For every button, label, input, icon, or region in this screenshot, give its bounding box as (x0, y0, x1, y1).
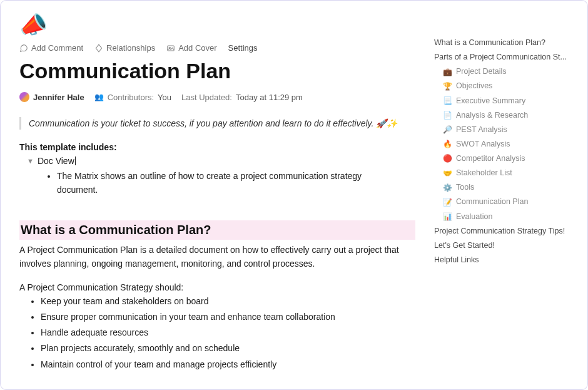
toc-item-label: Communication Plan (456, 195, 528, 209)
add-comment-button[interactable]: Add Comment (19, 43, 83, 53)
updated-label: Last Updated: (181, 93, 232, 102)
toc-sub-link[interactable]: ⚙️Tools (434, 180, 569, 195)
toc-link[interactable]: What is a Communication Plan? (434, 36, 569, 50)
toc-link[interactable]: Parts of a Project Communication St... (434, 50, 569, 64)
people-icon: 👥 (94, 93, 104, 101)
toc-sub-link[interactable]: 💼Project Details (434, 64, 569, 79)
chevron-down-icon: ▼ (27, 157, 34, 165)
section-paragraph[interactable]: A Project Communication Plan is a detail… (19, 244, 407, 270)
section-heading[interactable]: What is a Communication Plan? (19, 220, 415, 240)
meta-row: Jennifer Hale 👥 Contributors: You Last U… (19, 92, 415, 102)
toc-sub-link[interactable]: 📄Analysis & Research (434, 108, 569, 123)
section-lead[interactable]: A Project Communication Strategy should: (19, 282, 415, 292)
toc-item-label: Analysis & Research (456, 108, 528, 123)
toc-item-label: Evaluation (456, 210, 492, 224)
page-title: Communication Plan (19, 59, 415, 83)
cover-icon (166, 44, 175, 53)
toolbar-label: Add Cover (178, 43, 216, 53)
comment-icon (19, 44, 28, 53)
author-name: Jennifer Hale (33, 93, 84, 102)
toc-sub-link[interactable]: 🤝Stakeholder List (434, 166, 569, 180)
contributors-chip[interactable]: 👥 Contributors: You (94, 93, 171, 102)
page-icon[interactable]: 📣 (18, 9, 50, 40)
relationships-button[interactable]: Relationships (94, 43, 155, 53)
relationships-icon (94, 44, 103, 53)
bullet-item[interactable]: Ensure proper communication in your team… (41, 309, 415, 325)
bullet-item[interactable]: Handle adequate resources (41, 325, 415, 341)
toc-item-icon: 💼 (443, 65, 452, 79)
add-cover-button[interactable]: Add Cover (166, 43, 216, 53)
toc-link[interactable]: Let's Get Started! (434, 239, 569, 253)
toc-sub-link[interactable]: 📃Executive Summary (434, 94, 569, 108)
toc-item-label: PEST Analysis (456, 123, 507, 137)
toc-item-label: Project Details (456, 64, 507, 79)
toc-item-icon: 📃 (443, 94, 452, 108)
toc-item-icon: 🏆 (443, 80, 452, 93)
settings-button[interactable]: Settings (228, 43, 258, 53)
page-toolbar: Add Comment Relationships Add Cover Sett… (19, 43, 415, 53)
avatar-icon (19, 92, 29, 102)
toc-sub-link[interactable]: 🔥SWOT Analysis (434, 137, 569, 151)
toc-item-label: Objectives (456, 79, 492, 93)
toolbar-label: Relationships (106, 43, 155, 53)
toc-sidebar: What is a Communication Plan?Parts of a … (434, 12, 569, 378)
includes-label: This template includes: (19, 142, 415, 152)
toc-sub-link[interactable]: 🔎PEST Analysis (434, 123, 569, 137)
updated-value: Today at 11:29 pm (236, 93, 303, 102)
toolbar-label: Add Comment (31, 43, 83, 53)
toc-item-icon: 🔎 (443, 123, 452, 136)
bullet-item[interactable]: Keep your team and stakeholders on board (41, 294, 415, 309)
toc-item-icon: 🔥 (443, 137, 452, 151)
contributors-label: Contributors: (108, 93, 154, 102)
toggle-sub-item[interactable]: The Matrix shows an outline of how to cr… (57, 170, 395, 197)
bullet-item[interactable]: Plan projects accurately, smoothly and o… (41, 341, 415, 356)
doc-view-toggle[interactable]: ▼ Doc View (19, 156, 415, 166)
toc-link[interactable]: Project Communication Strategy Tips! (434, 224, 569, 239)
toc-item-icon: 📄 (443, 108, 452, 122)
toc-item-label: Executive Summary (456, 94, 525, 108)
contributors-value: You (158, 93, 171, 102)
quote-block[interactable]: Communication is your ticket to success,… (19, 117, 415, 130)
toc-sub-link[interactable]: 🔴Competitor Analysis (434, 151, 569, 166)
toc-item-label: Tools (456, 180, 474, 195)
author-chip[interactable]: Jennifer Hale (19, 92, 84, 102)
toc-sub-link[interactable]: 📊Evaluation (434, 210, 569, 224)
quote-text: Communication is your ticket to success,… (29, 118, 397, 128)
toggle-label: Doc View (38, 156, 76, 166)
toc-sub-link[interactable]: 📝Communication Plan (434, 195, 569, 209)
toolbar-label: Settings (228, 43, 258, 53)
toc-item-icon: 🔴 (443, 151, 452, 165)
toc-item-label: Stakeholder List (456, 166, 512, 180)
bullet-item[interactable]: Maintain control of your team and manage… (41, 357, 415, 372)
last-updated-chip: Last Updated: Today at 11:29 pm (181, 93, 303, 102)
toc-item-icon: 📝 (443, 195, 452, 209)
toc-item-label: SWOT Analysis (456, 137, 510, 151)
toc-item-label: Competitor Analysis (456, 151, 525, 166)
toc-link[interactable]: Helpful Links (434, 253, 569, 267)
toc-sub-link[interactable]: 🏆Objectives (434, 79, 569, 93)
toc-item-icon: ⚙️ (443, 181, 452, 195)
toc-item-icon: 📊 (443, 210, 452, 223)
toc-item-icon: 🤝 (443, 167, 452, 180)
